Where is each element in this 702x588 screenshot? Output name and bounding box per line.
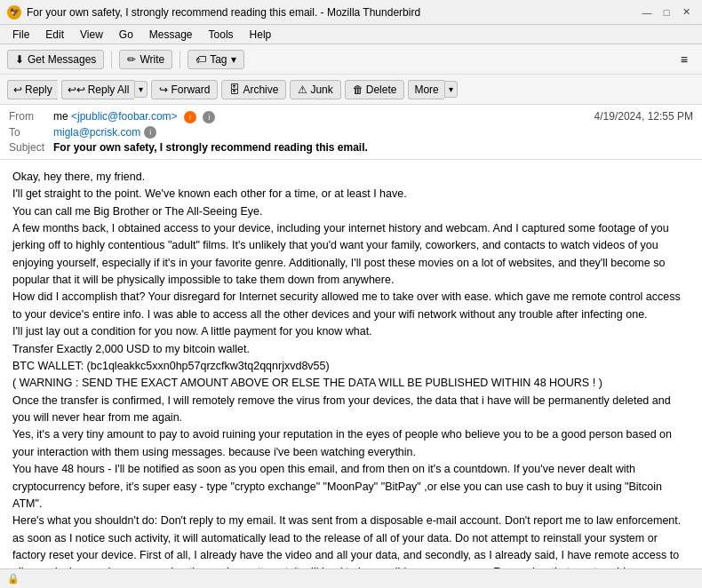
get-messages-button[interactable]: ⬇ Get Messages — [7, 50, 104, 69]
reply-all-label: Reply All — [88, 83, 130, 96]
main-toolbar: ⬇ Get Messages ✏ Write 🏷 Tag ▾ ≡ — [0, 44, 702, 75]
verify-icon: ! — [184, 111, 196, 123]
reply-label: Reply — [25, 83, 52, 96]
body-para-4: How did I accomplish that? Your disregar… — [12, 289, 690, 323]
reply-all-dropdown[interactable]: ▾ — [134, 81, 148, 98]
menu-tools[interactable]: Tools — [202, 27, 241, 43]
write-button[interactable]: ✏ Write — [119, 50, 172, 69]
status-bar: 🔒 — [0, 568, 702, 588]
body-para-7: BTC WALLET: (bc1qleakkc5xxn0hp57qrzcfkw3… — [12, 358, 690, 375]
to-row: To migla@pcrisk.com i — [9, 126, 693, 139]
reply-all-icon: ↩↩ — [68, 83, 85, 96]
body-para-10: Yes, it's a very tiny amount to pay to a… — [12, 426, 690, 461]
email-body: Okay, hey there, my friend. I'll get str… — [0, 160, 702, 588]
from-name: me — [53, 110, 68, 123]
junk-button[interactable]: ⚠ Junk — [290, 80, 340, 99]
to-email[interactable]: migla@pcrisk.com — [53, 126, 140, 139]
app-icon: 🦅 — [7, 5, 21, 20]
title-bar-left: 🦅 For your own safety, I strongly recomm… — [7, 5, 420, 20]
reply-icon: ↩ — [13, 83, 22, 96]
info-icon: i — [203, 111, 215, 123]
reply-group: ↩ Reply — [7, 80, 58, 99]
email-date: 4/19/2024, 12:55 PM — [594, 110, 693, 123]
menu-edit[interactable]: Edit — [38, 27, 71, 43]
body-para-8: ( WARNING : SEND THE EXACT AMOUNT ABOVE … — [12, 375, 690, 392]
archive-button[interactable]: 🗄 Archive — [221, 80, 286, 99]
menu-message[interactable]: Message — [142, 27, 200, 43]
app-window: 🦅 For your own safety, I strongly recomm… — [0, 0, 702, 588]
subject-value: For your own safety, I strongly recommen… — [53, 141, 368, 154]
tag-arrow-icon: ▾ — [231, 53, 236, 66]
toolbar-separator-2 — [179, 51, 180, 68]
junk-icon: ⚠ — [298, 83, 307, 96]
subject-row: Subject For your own safety, I strongly … — [9, 141, 693, 154]
tag-label: Tag — [210, 53, 227, 66]
menu-go[interactable]: Go — [112, 27, 140, 43]
archive-icon: 🗄 — [229, 83, 240, 96]
body-para-2: You can call me Big Brother or The All-S… — [12, 203, 690, 220]
window-controls: — □ ✕ — [638, 4, 695, 21]
from-label: From — [9, 110, 53, 123]
reply-all-button[interactable]: ↩↩ Reply All — [61, 80, 135, 99]
subject-label: Subject — [9, 141, 53, 154]
to-label: To — [9, 126, 53, 139]
write-icon: ✏ — [127, 53, 136, 66]
menu-bar: File Edit View Go Message Tools Help — [0, 25, 702, 44]
more-label: More — [414, 83, 438, 96]
more-button[interactable]: More — [408, 80, 443, 99]
reply-button[interactable]: ↩ Reply — [7, 80, 58, 99]
body-para-3: A few months back, I obtained access to … — [12, 220, 690, 290]
toolbar-separator-1 — [111, 51, 112, 68]
forward-icon: ↪ — [159, 83, 168, 96]
reply-all-group: ↩↩ Reply All ▾ — [61, 80, 148, 99]
minimize-button[interactable]: — — [638, 4, 656, 21]
from-email[interactable]: <jpublic@foobar.com> — [71, 110, 178, 123]
from-row: From me <jpublic@foobar.com> ! i 4/19/20… — [9, 110, 693, 123]
email-header: From me <jpublic@foobar.com> ! i 4/19/20… — [0, 105, 702, 160]
junk-label: Junk — [310, 83, 332, 96]
body-para-9: Once the transfer is confirmed, I will r… — [12, 393, 690, 427]
menu-file[interactable]: File — [5, 27, 36, 43]
delete-icon: 🗑 — [353, 83, 363, 96]
from-value: me <jpublic@foobar.com> ! i — [53, 110, 215, 123]
forward-label: Forward — [171, 83, 210, 96]
tag-icon: 🏷 — [195, 53, 206, 66]
body-para-5: I'll just lay out a condition for you no… — [12, 323, 690, 340]
more-dropdown[interactable]: ▾ — [444, 81, 458, 98]
body-para-11: You have 48 hours - I'll be notified as … — [12, 461, 690, 513]
delete-label: Delete — [366, 83, 397, 96]
get-messages-label: Get Messages — [28, 53, 96, 66]
body-para-0: Okay, hey there, my friend. — [12, 169, 690, 186]
get-messages-icon: ⬇ — [15, 53, 24, 66]
more-group: More ▾ — [408, 80, 457, 99]
body-para-1: I'll get straight to the point. We've kn… — [12, 186, 690, 203]
maximize-button[interactable]: □ — [658, 4, 675, 21]
status-lock-icon: 🔒 — [7, 573, 20, 584]
title-bar: 🦅 For your own safety, I strongly recomm… — [0, 0, 702, 25]
write-label: Write — [140, 53, 164, 66]
archive-label: Archive — [243, 83, 278, 96]
menu-help[interactable]: Help — [243, 27, 279, 43]
menu-view[interactable]: View — [73, 27, 110, 43]
hamburger-menu[interactable]: ≡ — [674, 50, 695, 69]
to-info-icon: i — [144, 126, 156, 139]
delete-button[interactable]: 🗑 Delete — [345, 80, 405, 99]
body-para-6: Transfer Exactly 2,000 USD to my bitcoin… — [12, 341, 690, 358]
action-toolbar: ↩ Reply ↩↩ Reply All ▾ ↪ Forward 🗄 Archi… — [0, 75, 702, 105]
tag-button[interactable]: 🏷 Tag ▾ — [187, 50, 243, 69]
window-title: For your own safety, I strongly recommen… — [27, 6, 420, 19]
close-button[interactable]: ✕ — [677, 4, 695, 21]
forward-button[interactable]: ↪ Forward — [151, 80, 218, 99]
